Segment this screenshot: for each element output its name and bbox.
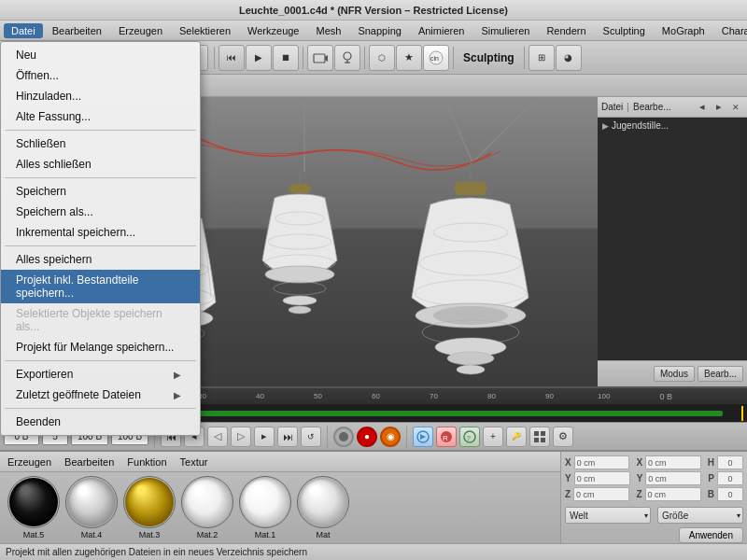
go-end-btn[interactable]: ⏭ xyxy=(277,427,298,447)
menu-item-datei[interactable]: Datei xyxy=(4,23,43,38)
coord-system-select[interactable]: Welt xyxy=(565,507,651,524)
prop-row-y: Y 0 cm Y 0 cm P 0 xyxy=(565,471,743,485)
dd-item-speichern[interactable]: Speichern xyxy=(1,181,200,202)
dd-item-alles-schlie-en[interactable]: Alles schließen xyxy=(1,154,200,175)
record-active-btn[interactable]: ● xyxy=(357,427,377,447)
material-item-mat4[interactable]: Mat.4 xyxy=(65,476,118,539)
sep2 xyxy=(303,47,303,69)
dd-item-alte-fassung---[interactable]: Alte Fassung... xyxy=(1,106,200,127)
dd-item-alles-speichern[interactable]: Alles speichern xyxy=(1,249,200,270)
right-mode-bar: Modus Bearb... xyxy=(598,360,747,386)
play-reverse-btn[interactable]: ◁ xyxy=(207,427,228,447)
tl-mark-50: 50 xyxy=(314,392,322,400)
dd-item-projekt-inkl--bestandteile-spe[interactable]: Projekt inkl. Bestandteile speichern... xyxy=(1,270,200,303)
scene-item-jugend[interactable]: ▶ Jugendstille... xyxy=(599,119,745,132)
menu-item-erzeugen[interactable]: Erzeugen xyxy=(111,23,170,38)
play-btn[interactable]: ▷ xyxy=(231,427,251,447)
nav-down-btn[interactable]: ▸ xyxy=(712,100,726,115)
mograph-btn1[interactable]: ⬡ xyxy=(369,45,395,71)
dd-item-projekt-f-r-melange-speichern-[interactable]: Projekt für Melange speichern... xyxy=(1,337,200,357)
right-panel-bearb[interactable]: Bearbe... xyxy=(633,102,671,112)
tl-right-label: 0 B xyxy=(659,392,672,401)
dd-item-hinzuladen---[interactable]: Hinzuladen... xyxy=(1,86,200,106)
nav-up-btn[interactable]: ◂ xyxy=(695,100,710,115)
dd-item-inkremental-speichern---[interactable]: Inkremental speichern... xyxy=(1,222,200,243)
record-btn[interactable] xyxy=(333,427,354,447)
mode-label[interactable]: Modus xyxy=(654,366,695,382)
dd-item-zuletzt-ge-ffnete-dateien[interactable]: Zuletzt geöffnete Dateien▶ xyxy=(1,385,200,405)
prop-h-label: H xyxy=(708,457,714,468)
camera-btn[interactable] xyxy=(307,45,333,71)
material-item-mat2[interactable]: Mat.2 xyxy=(181,476,233,539)
menu-item-mograph[interactable]: MoGraph xyxy=(655,23,712,38)
prop-h-val[interactable]: 0 xyxy=(717,455,743,469)
menu-item-mesh[interactable]: Mesh xyxy=(308,23,348,38)
svg-text:R: R xyxy=(443,434,448,442)
prop-z2-val[interactable]: 0 cm xyxy=(645,487,701,501)
tl-mark-70: 70 xyxy=(430,392,438,400)
prop-z-val[interactable]: 0 cm xyxy=(573,487,629,501)
menu-item-werkzeuge[interactable]: Werkzeuge xyxy=(240,23,306,38)
mograph-btn3[interactable]: cin xyxy=(423,45,449,71)
menu-item-sculpting[interactable]: Sculpting xyxy=(596,23,653,38)
dd-item-exportieren[interactable]: Exportieren▶ xyxy=(1,364,200,385)
motion-clip-btn[interactable]: 🔑 xyxy=(506,427,527,447)
sep3 xyxy=(364,47,365,69)
grid-view-btn[interactable] xyxy=(529,427,550,447)
material-item-mat5[interactable]: Mat.5 xyxy=(7,476,60,539)
prop-x-label: X xyxy=(565,457,571,468)
preview-btn[interactable]: ◉ xyxy=(380,427,401,447)
menu-item-snapping[interactable]: Snapping xyxy=(350,23,409,38)
svg-point-48 xyxy=(457,365,485,374)
interactive-render-btn[interactable]: ? xyxy=(459,427,480,447)
dd-item-beenden[interactable]: Beenden xyxy=(1,412,200,432)
apply-btn[interactable]: Anwenden xyxy=(679,527,743,543)
prop-row-selects: Welt Größe xyxy=(565,507,743,524)
prop-b-val[interactable]: 0 xyxy=(717,487,743,501)
menu-item-animieren[interactable]: Animieren xyxy=(411,23,472,38)
dd-item--ffnen---[interactable]: Öffnen... xyxy=(1,65,200,86)
render-btn[interactable] xyxy=(413,427,433,447)
mat-header-textur[interactable]: Textur xyxy=(176,456,212,468)
tl-playhead[interactable] xyxy=(741,406,743,421)
menu-item-selektieren[interactable]: Selektieren xyxy=(172,23,238,38)
light-btn[interactable] xyxy=(334,45,360,71)
mat-header-funktion[interactable]: Funktion xyxy=(123,456,170,468)
title-bar: Leuchte_0001.c4d * (NFR Version – Restri… xyxy=(0,0,747,21)
material-item-mat[interactable]: Mat xyxy=(297,476,349,539)
material-item-mat1[interactable]: Mat.1 xyxy=(239,476,291,539)
prop-x-val[interactable]: 0 cm xyxy=(574,455,630,469)
prop-p-val[interactable]: 0 xyxy=(717,471,743,485)
menu-item-simulieren[interactable]: Simulieren xyxy=(473,23,537,38)
anim-play-btn[interactable]: ▶ xyxy=(246,45,272,71)
anim-sep3 xyxy=(406,426,407,448)
dd-item-schlie-en[interactable]: Schließen xyxy=(1,133,200,154)
size-select[interactable]: Größe xyxy=(657,507,743,524)
mat-header-erzeugen[interactable]: Erzeugen xyxy=(4,456,55,468)
prop-y-val[interactable]: 0 cm xyxy=(574,471,630,485)
keyframe-btn[interactable]: ⏮ xyxy=(218,45,245,71)
menu-item-bearbeiten[interactable]: Bearbeiten xyxy=(45,23,109,38)
dd-item-speichern-als---[interactable]: Speichern als... xyxy=(1,202,200,222)
mat-header-bearbeiten[interactable]: Bearbeiten xyxy=(61,456,118,468)
svg-rect-63 xyxy=(534,438,539,442)
dd-sep-19 xyxy=(5,408,196,409)
mograph-btn2[interactable]: ★ xyxy=(396,45,422,71)
add-keyframe-btn[interactable]: + xyxy=(483,427,503,447)
dd-item-neu[interactable]: Neu xyxy=(1,45,200,65)
menu-item-charakter[interactable]: Charakter xyxy=(714,23,747,38)
settings-btn[interactable]: ⚙ xyxy=(553,427,573,447)
render-region-btn[interactable]: ⊞ xyxy=(529,45,555,71)
prop-y2-val[interactable]: 0 cm xyxy=(645,471,701,485)
next-frame-btn[interactable]: ▸ xyxy=(254,427,275,447)
right-panel-datei[interactable]: Datei xyxy=(601,102,623,112)
loop-btn[interactable]: ↺ xyxy=(301,427,321,447)
bearb-label[interactable]: Bearb... xyxy=(698,366,743,382)
viewport-shading-btn[interactable]: ◕ xyxy=(556,45,582,71)
anim-stop-btn[interactable]: ⏹ xyxy=(273,45,299,71)
material-item-mat3[interactable]: Mat.3 xyxy=(123,476,176,539)
render-to-pic-btn[interactable]: R xyxy=(436,427,457,447)
nav-x-btn[interactable]: ✕ xyxy=(728,100,743,115)
prop-x2-val[interactable]: 0 cm xyxy=(645,455,701,469)
menu-item-rendern[interactable]: Rendern xyxy=(539,23,593,38)
